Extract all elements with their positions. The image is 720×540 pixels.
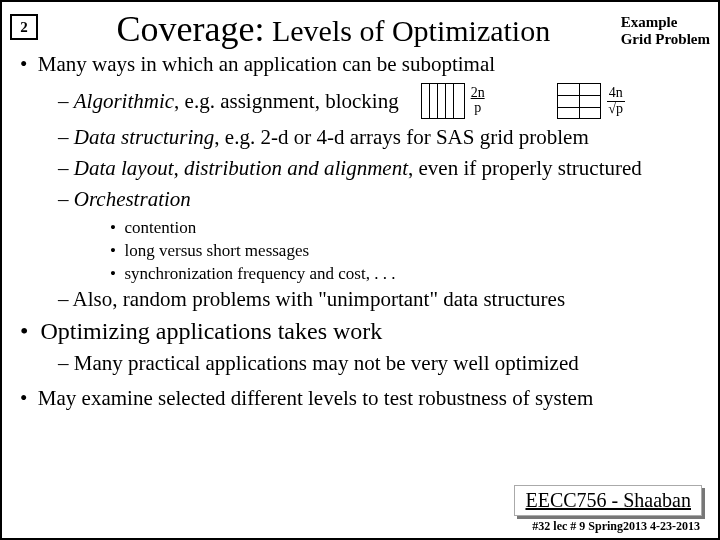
em-data-layout: Data layout, distribution and alignment — [74, 156, 408, 180]
sub2-messages: • long versus short messages — [110, 241, 704, 261]
bullet-2: • Optimizing applications takes work — [20, 318, 704, 345]
bullet-3-text: May examine selected different levels to… — [38, 386, 593, 410]
fraction-1: 2n p — [471, 86, 485, 115]
sub-data-structuring-rest: , e.g. 2-d or 4-d arrays for SAS grid pr… — [214, 125, 588, 149]
fraction-2-bot: √p — [608, 101, 623, 116]
corner-line2: Grid Problem — [621, 31, 710, 47]
em-data-structuring: Data structuring — [74, 125, 215, 149]
sub-also-random: – Also, random problems with "unimportan… — [58, 287, 704, 312]
bullet-1: • Many ways in which an application can … — [20, 52, 704, 77]
sub2-sync-text: synchronization frequency and cost, . . … — [124, 264, 395, 283]
footer-course: EECC756 - Shaaban — [514, 485, 702, 516]
sub-data-structuring: – Data structuring, e.g. 2-d or 4-d arra… — [58, 125, 704, 150]
sub2-contention-text: contention — [124, 218, 196, 237]
sub-practical: – Many practical applications may not be… — [58, 351, 704, 376]
sub-algorithmic-rest: , e.g. assignment, blocking — [174, 89, 399, 113]
bullet-1-text: Many ways in which an application can be… — [38, 52, 495, 76]
title-rest: Levels of Optimization — [264, 14, 550, 47]
fraction-1-bot: p — [474, 100, 481, 115]
fraction-2: 4n √p — [607, 86, 625, 116]
sub-algorithmic: – Algorithmic, e.g. assignment, blocking… — [58, 83, 704, 119]
fraction-1-top: 2n — [471, 86, 485, 101]
sub2-contention: • contention — [110, 218, 704, 238]
sub-orchestration: – Orchestration — [58, 187, 704, 212]
sub-data-layout: – Data layout, distribution and alignmen… — [58, 156, 704, 181]
bullet-3: • May examine selected different levels … — [20, 386, 704, 411]
strip-partition-icon — [421, 83, 465, 119]
title-coverage: Coverage: — [117, 9, 265, 49]
fraction-2-top: 4n — [607, 86, 625, 102]
slide-number-box: 2 — [10, 14, 38, 40]
corner-label: Example Grid Problem — [621, 14, 710, 49]
footer-meta: #32 lec # 9 Spring2013 4-23-2013 — [532, 519, 700, 534]
page-title: Coverage: Levels of Optimization — [46, 8, 621, 50]
em-orchestration: Orchestration — [74, 187, 191, 211]
sub2-sync: • synchronization frequency and cost, . … — [110, 264, 704, 284]
corner-line1: Example — [621, 14, 678, 30]
bullet-2-text: Optimizing applications takes work — [40, 318, 382, 344]
sub2-messages-text: long versus short messages — [124, 241, 309, 260]
sub-data-layout-rest: , even if properly structured — [408, 156, 642, 180]
em-algorithmic: Algorithmic — [74, 89, 174, 113]
block-partition-icon — [557, 83, 601, 119]
